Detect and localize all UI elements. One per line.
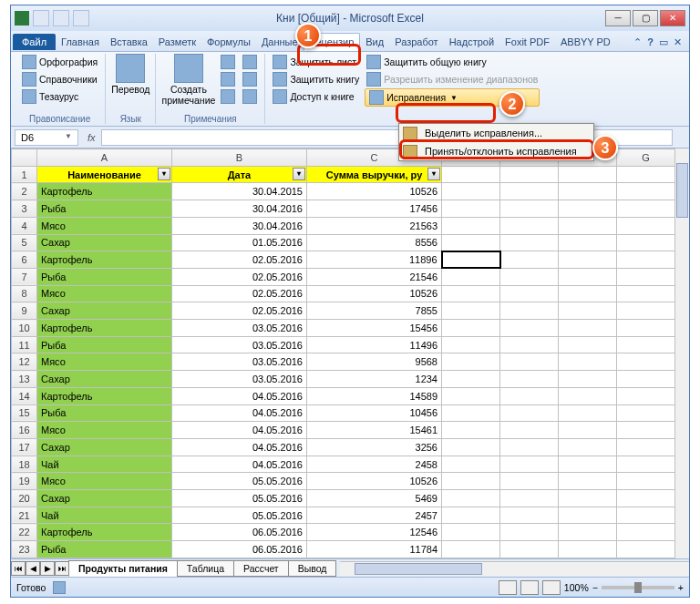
share-workbook-button[interactable]: Доступ к книге	[271, 88, 361, 105]
chevron-down-icon[interactable]: ▼	[65, 132, 72, 143]
row-header[interactable]: 10	[12, 320, 37, 337]
cell[interactable]: 15461	[307, 422, 442, 439]
sheet-nav-next[interactable]: ▶	[40, 561, 55, 576]
cell[interactable]: 02.05.2016	[172, 302, 307, 320]
cell[interactable]	[500, 268, 559, 285]
cell[interactable]	[617, 200, 675, 218]
cell[interactable]	[617, 404, 675, 422]
cell[interactable]	[442, 541, 500, 558]
cell[interactable]	[559, 473, 617, 490]
cell[interactable]: 1234	[307, 371, 442, 388]
scroll-thumb[interactable]	[355, 563, 482, 575]
cell[interactable]	[559, 251, 617, 269]
cell[interactable]: 9568	[307, 353, 442, 371]
cell[interactable]	[559, 438, 617, 456]
col-header-g[interactable]: G	[617, 149, 675, 167]
cell[interactable]: 06.05.2016	[172, 524, 307, 541]
cell[interactable]: Картофель	[37, 524, 172, 541]
row-header[interactable]: 22	[12, 524, 37, 541]
row-header[interactable]: 11	[12, 336, 37, 353]
cell[interactable]	[559, 285, 617, 302]
cell[interactable]: 04.05.2016	[172, 387, 307, 404]
close-workbook-icon[interactable]: ✕	[674, 36, 682, 48]
row-header[interactable]: 17	[12, 438, 37, 456]
show-ink-button[interactable]	[241, 88, 259, 105]
highlight-changes-item[interactable]: Выделить исправления...	[399, 124, 593, 142]
prev-comment-button[interactable]	[219, 71, 237, 87]
col-header-a[interactable]: A	[37, 149, 172, 167]
cell[interactable]	[500, 320, 559, 337]
cell[interactable]: Сахар	[37, 371, 172, 388]
cell[interactable]	[500, 302, 559, 320]
cell[interactable]: Картофель	[37, 320, 172, 337]
zoom-slider[interactable]	[602, 586, 674, 589]
macro-record-icon[interactable]	[53, 581, 66, 594]
minimize-button[interactable]: ─	[605, 10, 631, 26]
cell[interactable]: Чай	[37, 456, 172, 473]
cell[interactable]	[617, 541, 675, 558]
cell[interactable]	[559, 404, 617, 422]
cell[interactable]: 04.05.2016	[172, 456, 307, 473]
cell[interactable]	[442, 473, 500, 490]
tab-formulas[interactable]: Формулы	[201, 34, 256, 50]
scroll-thumb[interactable]	[676, 163, 688, 218]
cell[interactable]	[559, 387, 617, 404]
cell[interactable]: Мясо	[37, 422, 172, 439]
row-header[interactable]: 20	[12, 490, 37, 507]
cell[interactable]	[442, 336, 500, 353]
cell[interactable]: 11496	[307, 336, 442, 353]
cell[interactable]	[617, 285, 675, 302]
cell[interactable]	[559, 490, 617, 507]
protect-workbook-button[interactable]: Защитить книгу	[271, 71, 361, 87]
cell[interactable]	[442, 251, 500, 269]
cell[interactable]	[500, 490, 559, 507]
cell[interactable]: 8556	[307, 234, 442, 251]
row-header[interactable]: 16	[12, 422, 37, 439]
row-header[interactable]: 9	[12, 302, 37, 320]
horizontal-scrollbar[interactable]	[340, 561, 689, 576]
cell[interactable]: 02.05.2016	[172, 285, 307, 302]
cell[interactable]: 17456	[307, 200, 442, 218]
cell[interactable]: 12546	[307, 524, 442, 541]
view-layout-button[interactable]	[520, 580, 539, 595]
translate-button[interactable]: Перевод	[111, 54, 149, 96]
zoom-out-button[interactable]: −	[592, 582, 598, 593]
tab-abbyy[interactable]: ABBYY PD	[555, 34, 616, 50]
cell[interactable]	[500, 422, 559, 439]
row-header[interactable]: 14	[12, 387, 37, 404]
cell[interactable]: 11784	[307, 541, 442, 558]
cell[interactable]	[442, 524, 500, 541]
tab-home[interactable]: Главная	[56, 34, 105, 50]
new-comment-button[interactable]: Создать примечание	[161, 54, 215, 106]
cell[interactable]: Рыба	[37, 268, 172, 285]
cell[interactable]: Рыба	[37, 336, 172, 353]
cell[interactable]	[559, 268, 617, 285]
cell[interactable]	[500, 336, 559, 353]
row-header[interactable]: 18	[12, 456, 37, 473]
cell[interactable]	[442, 217, 500, 234]
cell[interactable]	[617, 336, 675, 353]
row-header[interactable]: 3	[12, 200, 37, 218]
cell[interactable]	[442, 456, 500, 473]
sheet-tab-products[interactable]: Продукты питания	[68, 560, 178, 577]
cell[interactable]: Мясо	[37, 285, 172, 302]
sheet-nav-prev[interactable]: ◀	[26, 561, 40, 576]
save-icon[interactable]	[33, 10, 49, 26]
cell[interactable]	[442, 404, 500, 422]
row-header[interactable]: 19	[12, 473, 37, 490]
cell[interactable]	[617, 353, 675, 371]
row-header[interactable]: 2	[12, 183, 37, 200]
cell[interactable]	[617, 490, 675, 507]
filter-button[interactable]: ▾	[427, 168, 440, 180]
cell[interactable]: 04.05.2016	[172, 404, 307, 422]
cell[interactable]: 05.05.2016	[172, 507, 307, 524]
vertical-scrollbar[interactable]	[674, 148, 689, 558]
cell[interactable]	[617, 302, 675, 320]
cell[interactable]: 15456	[307, 320, 442, 337]
cell[interactable]: Мясо	[37, 473, 172, 490]
cell[interactable]: Картофель	[37, 251, 172, 269]
cell[interactable]: 2458	[307, 456, 442, 473]
protect-share-button[interactable]: Защитить общую книгу	[365, 54, 540, 70]
cell[interactable]: 05.05.2016	[172, 490, 307, 507]
maximize-button[interactable]: ▢	[633, 10, 658, 26]
